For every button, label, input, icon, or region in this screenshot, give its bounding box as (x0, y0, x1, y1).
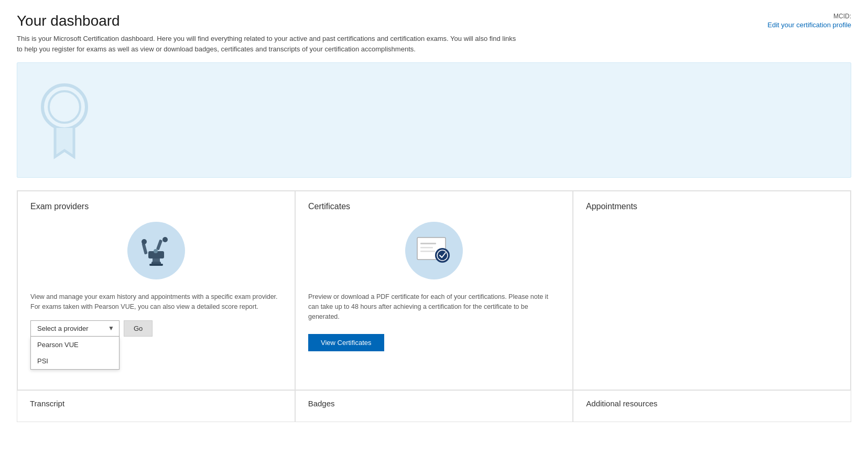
view-certs-action: View Certificates (308, 330, 560, 351)
additional-resources-card: Additional resources (573, 391, 851, 422)
badges-title: Badges (308, 399, 560, 408)
robot-icon-circle (127, 222, 185, 279)
header-left: Your dashboard This is your Microsoft Ce… (17, 13, 520, 54)
page-description: This is your Microsoft Certification das… (17, 34, 520, 54)
svg-point-9 (154, 249, 158, 253)
svg-point-8 (162, 237, 168, 242)
svg-rect-6 (156, 240, 162, 251)
appointments-title: Appointments (586, 202, 838, 211)
certificates-icon-area (308, 222, 560, 279)
certificates-description: Preview or download a PDF certificate fo… (308, 292, 560, 321)
page-title: Your dashboard (17, 13, 520, 29)
badge-icon (33, 78, 96, 162)
cards-row: Exam providers (17, 190, 851, 391)
certificates-title: Certificates (308, 202, 560, 211)
exam-providers-action-row: Select a provider ▼ Pearson VUE PSI Go (30, 320, 282, 337)
certificate-icon (415, 235, 453, 266)
exam-providers-icon-area (30, 222, 282, 279)
transcript-card: Transcript (17, 391, 295, 422)
svg-rect-14 (420, 247, 433, 249)
header: Your dashboard This is your Microsoft Ce… (17, 13, 851, 54)
svg-rect-5 (142, 243, 147, 255)
provider-select-wrapper: Select a provider ▼ Pearson VUE PSI (30, 320, 120, 337)
exam-providers-card: Exam providers (17, 191, 295, 390)
view-certificates-button[interactable]: View Certificates (308, 334, 384, 351)
svg-rect-11 (149, 264, 163, 266)
exam-providers-description: View and manage your exam history and ap… (30, 292, 282, 312)
badges-card: Badges (295, 391, 573, 422)
svg-point-1 (49, 91, 80, 123)
robot-icon (138, 232, 175, 269)
provider-select-button[interactable]: Select a provider (30, 320, 120, 337)
svg-rect-13 (420, 243, 436, 244)
transcript-title: Transcript (30, 399, 282, 408)
header-right: MCID: Edit your certification profile (736, 13, 851, 29)
edit-profile-link[interactable]: Edit your certification profile (767, 21, 851, 29)
additional-resources-title: Additional resources (586, 399, 838, 408)
provider-option-psi[interactable]: PSI (31, 353, 119, 369)
banner (17, 62, 851, 178)
provider-dropdown-menu: Pearson VUE PSI (30, 337, 120, 370)
bottom-cards-row: Transcript Badges Additional resources (17, 391, 851, 422)
certificates-card: Certificates (295, 191, 573, 390)
mcid-label: MCID: (736, 13, 851, 20)
exam-providers-title: Exam providers (30, 202, 282, 211)
svg-point-7 (142, 239, 147, 244)
go-button[interactable]: Go (124, 320, 153, 337)
svg-rect-15 (420, 251, 435, 252)
provider-option-pearson[interactable]: Pearson VUE (31, 337, 119, 353)
certificate-icon-circle (405, 222, 463, 279)
appointments-card: Appointments (573, 191, 851, 390)
